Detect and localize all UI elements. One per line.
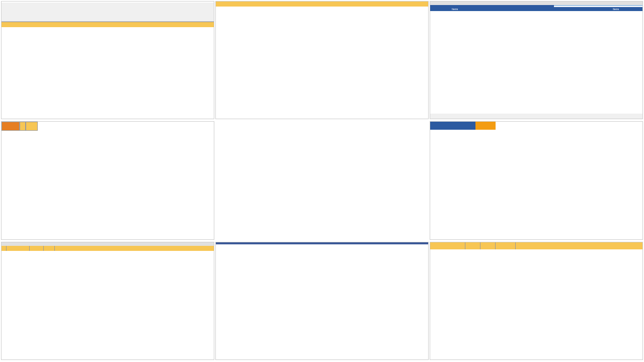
thumb-monthly-task	[215, 242, 429, 361]
center-promo	[215, 121, 429, 240]
excel-ribbon	[2, 2, 214, 22]
thumb-advanced-resource	[1, 242, 214, 361]
thumb-simple-resource-plan	[1, 1, 214, 120]
header-resource-type	[430, 122, 475, 130]
thumb-agile-sprint: Items Items	[430, 1, 643, 120]
sheet-tabs[interactable]	[430, 114, 642, 119]
thumb-team-resource	[1, 121, 214, 240]
header-capacity	[475, 122, 496, 130]
thumb-resource-matrix	[215, 1, 429, 120]
thumb-capacity-planner	[430, 121, 643, 240]
thumb-project-resource	[430, 242, 643, 361]
